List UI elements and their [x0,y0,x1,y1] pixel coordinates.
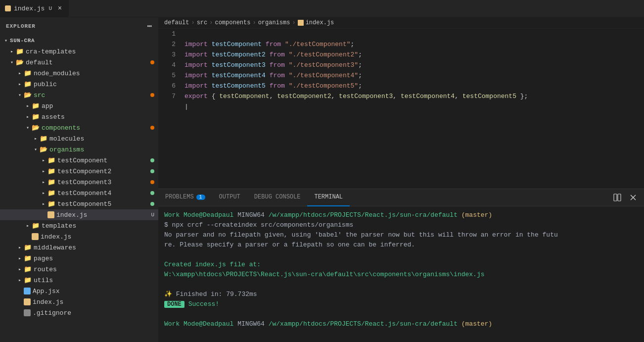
tab-terminal[interactable]: TERMINAL [307,189,350,206]
sidebar-item-pages[interactable]: ▸ 📁 pages [0,253,158,264]
sidebar: EXPLORER ⋯ ▾ SUN-CRA ▸ 📁 cra-templates ▾… [0,17,158,342]
unsaved-badge: U [151,212,154,218]
item-label: pages [34,255,154,262]
folder-icon: 📁 [47,200,55,208]
code-editor[interactable]: 1 2 3 4 5 6 7 import testComponent from … [158,29,644,189]
sidebar-item-testcomponent[interactable]: ▸ 📁 testComponent [0,155,158,166]
folder-icon: 📁 [47,178,55,186]
chevron-right-icon: ▸ [16,255,24,261]
breadcrumb-sep: › [191,19,194,26]
sidebar-item-index-js-src[interactable]: ▸ index.js [0,231,158,242]
item-label: testComponent [57,157,150,164]
folder-icon: 📂 [32,124,40,132]
item-label: components [42,124,150,132]
item-label: utils [34,277,154,284]
done-badge: DONE [164,301,184,308]
chevron-right-icon: ▸ [40,190,47,196]
breadcrumb-default[interactable]: default [164,19,189,26]
gitignore-file-icon [24,309,31,316]
item-label: assets [42,113,154,121]
modified-dot [150,126,154,130]
untracked-dot [150,169,154,173]
file-tab[interactable]: index.js U × [0,0,69,17]
folder-icon: 📂 [40,146,47,153]
sidebar-item-testcomponent3[interactable]: ▸ 📁 testComponent3 [0,177,158,188]
sidebar-item-app[interactable]: ▸ 📁 app [0,100,158,111]
chevron-down-icon: ▾ [24,125,32,131]
terminal-line-done: DONE Success! [164,299,638,309]
line-numbers: 1 2 3 4 5 6 7 [158,29,181,189]
item-label: index.js [33,298,154,306]
sidebar-item-components[interactable]: ▾ 📂 components [0,122,158,133]
terminal-line-prompt: Work Mode@Deadpaul MINGW64 /w/xampp/htdo… [164,210,638,220]
breadcrumb-components[interactable]: components [215,19,250,26]
breadcrumb-sep: › [209,19,213,26]
item-label: testComponent2 [57,168,150,175]
folder-icon: 📁 [32,102,40,110]
sidebar-item-molecules[interactable]: ▸ 📁 molecules [0,133,158,144]
breadcrumb-sep: › [252,19,256,26]
breadcrumb-src[interactable]: src [197,19,208,26]
sidebar-item-middlewares[interactable]: ▸ 📁 middlewares [0,242,158,253]
folder-icon: 📁 [24,244,32,251]
tab-modified-badge: U [48,5,52,11]
sidebar-item-testcomponent4[interactable]: ▸ 📁 testComponent4 [0,188,158,198]
item-label: testComponent5 [57,200,150,208]
sidebar-item-routes[interactable]: ▸ 📁 routes [0,264,158,275]
breadcrumb-organisms[interactable]: organisms [258,19,290,26]
folder-icon: 📁 [47,156,55,164]
item-label: app [42,102,154,110]
sidebar-item-templates[interactable]: ▸ 📁 templates [0,220,158,231]
sidebar-item-node-modules[interactable]: ▸ 📁 node_modules [0,68,158,79]
item-label: public [34,81,154,88]
terminal-line-warn2: re. Please specify a parser or a filepat… [164,240,638,250]
sidebar-item-default[interactable]: ▾ 📂 default [0,57,158,68]
close-terminal-icon[interactable] [626,191,640,204]
sidebar-item-organisms[interactable]: ▾ 📂 organisms [0,144,158,155]
item-label: molecules [49,135,154,143]
sidebar-header: EXPLORER ⋯ [0,17,158,35]
item-label: templates [42,222,154,230]
terminal-content[interactable]: Work Mode@Deadpaul MINGW64 /w/xampp/htdo… [158,206,644,342]
terminal-line-created: Created index.js file at: [164,260,638,270]
untracked-dot [150,202,154,206]
chevron-down-icon: ▾ [2,38,10,44]
chevron-right-icon: ▸ [24,114,32,120]
terminal-line-prompt2: Work Mode@Deadpaul MINGW64 /w/xampp/htdo… [164,319,638,329]
split-terminal-icon[interactable] [610,191,624,204]
terminal-line-cmd: $ npx crcf --createindex src/components/… [164,220,638,230]
folder-icon: 📁 [32,222,40,230]
more-actions-icon[interactable]: ⋯ [147,21,152,31]
folder-icon: 📁 [16,48,24,55]
chevron-down-icon: ▾ [16,92,24,98]
terminal-line-blank2 [164,280,638,290]
item-label: src [34,92,150,99]
sidebar-item-gitignore[interactable]: ▸ .gitignore [0,307,158,318]
sidebar-item-testcomponent2[interactable]: ▸ 📁 testComponent2 [0,166,158,177]
chevron-right-icon: ▸ [16,277,24,283]
sidebar-item-src[interactable]: ▾ 📂 src [0,90,158,100]
sidebar-item-index-js-organisms[interactable]: ▸ index.js U [0,209,158,220]
sidebar-item-index-js-default[interactable]: ▸ index.js [0,296,158,307]
code-content[interactable]: import testComponent from "./testCompone… [181,29,644,189]
sidebar-item-assets[interactable]: ▸ 📁 assets [0,111,158,122]
sidebar-header-icons: ⋯ [147,21,152,31]
sidebar-item-public[interactable]: ▸ 📁 public [0,79,158,90]
chevron-down-icon: ▾ [8,59,16,65]
item-label: index.js [56,211,151,219]
sidebar-item-utils[interactable]: ▸ 📁 utils [0,275,158,286]
tab-close-button[interactable]: × [56,4,64,12]
js-file-icon [5,5,11,11]
tab-debug-console[interactable]: DEBUG CONSOLE [247,189,308,206]
tab-output[interactable]: OUTPUT [212,189,247,206]
js-file-icon [32,233,39,240]
tree-root-sun-cra[interactable]: ▾ SUN-CRA [0,35,158,46]
sidebar-item-app-jsx[interactable]: ▸ App.jsx [0,286,158,296]
sidebar-item-cra-templates[interactable]: ▸ 📁 cra-templates [0,46,158,57]
tab-problems[interactable]: PROBLEMS 1 [158,189,212,206]
item-label: middlewares [34,244,154,251]
tab-label: DEBUG CONSOLE [254,194,301,200]
chevron-right-icon: ▸ [40,201,47,207]
sidebar-item-testcomponent5[interactable]: ▸ 📁 testComponent5 [0,198,158,209]
folder-icon: 📂 [24,91,32,99]
